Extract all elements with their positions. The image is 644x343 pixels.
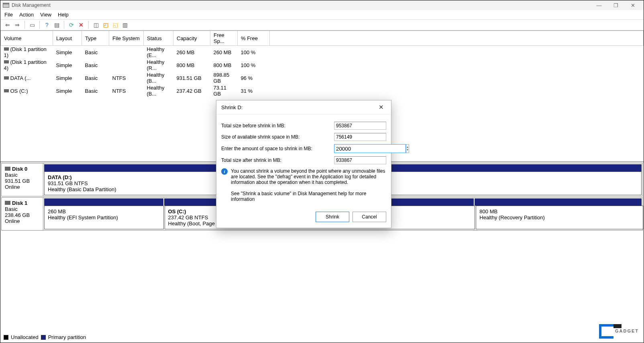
dialog-titlebar: Shrink D: ✕	[216, 100, 391, 114]
total-after-label: Total size after shrink in MB:	[221, 157, 334, 163]
dialog-title: Shrink D:	[221, 104, 243, 110]
spinner-up-icon[interactable]: ▲	[406, 146, 409, 149]
total-after-value: 933867	[334, 156, 386, 164]
total-before-value: 953867	[334, 122, 386, 130]
shrink-amount-spinner[interactable]: ▲▼	[334, 144, 386, 153]
warning-text-2: See "Shrink a basic volume" in Disk Mana…	[231, 191, 386, 202]
dialog-close-icon[interactable]: ✕	[376, 104, 386, 111]
avail-shrink-label: Size of available shrink space in MB:	[221, 134, 334, 140]
enter-amount-label: Enter the amount of space to shrink in M…	[221, 146, 334, 151]
total-before-label: Total size before shrink in MB:	[221, 123, 334, 129]
avail-shrink-value: 756149	[334, 133, 386, 141]
dialog-overlay: Shrink D: ✕ Total size before shrink in …	[0, 0, 644, 343]
cancel-button[interactable]: Cancel	[353, 212, 386, 222]
spinner-arrows[interactable]: ▲▼	[406, 144, 409, 153]
shrink-dialog: Shrink D: ✕ Total size before shrink in …	[216, 100, 391, 228]
spinner-down-icon[interactable]: ▼	[406, 149, 409, 151]
info-icon: i	[221, 168, 228, 175]
shrink-button[interactable]: Shrink	[316, 212, 349, 222]
shrink-amount-input[interactable]	[334, 144, 406, 153]
warning-text-1: You cannot shrink a volume beyond the po…	[231, 168, 386, 185]
